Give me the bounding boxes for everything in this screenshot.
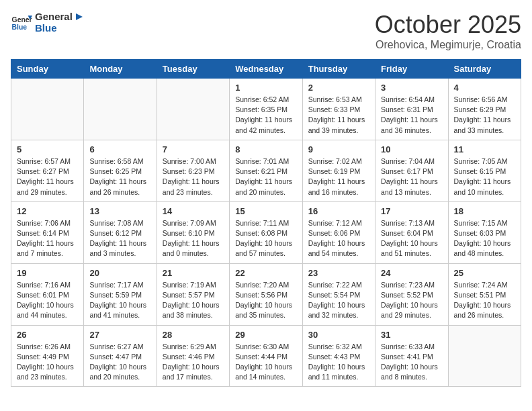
day-info: Sunrise: 6:57 AM Sunset: 6:27 PM Dayligh…	[17, 156, 78, 197]
day-header-thursday: Thursday	[302, 60, 375, 79]
day-number: 25	[454, 268, 515, 278]
logo-triangle-icon	[74, 12, 83, 21]
day-info: Sunrise: 7:06 AM Sunset: 6:14 PM Dayligh…	[17, 218, 78, 259]
day-info: Sunrise: 6:52 AM Sunset: 6:35 PM Dayligh…	[235, 95, 296, 136]
week-row-3: 12Sunrise: 7:06 AM Sunset: 6:14 PM Dayli…	[11, 201, 521, 263]
calendar-cell: 7Sunrise: 7:00 AM Sunset: 6:23 PM Daylig…	[157, 140, 229, 201]
day-number: 7	[163, 144, 224, 154]
week-row-5: 26Sunrise: 6:26 AM Sunset: 4:49 PM Dayli…	[11, 325, 521, 387]
calendar-cell: 25Sunrise: 7:24 AM Sunset: 5:51 PM Dayli…	[448, 263, 521, 325]
day-info: Sunrise: 6:56 AM Sunset: 6:29 PM Dayligh…	[454, 95, 515, 136]
calendar-header-row: SundayMondayTuesdayWednesdayThursdayFrid…	[11, 60, 521, 79]
logo-icon: General Blue	[11, 13, 32, 32]
day-info: Sunrise: 7:04 AM Sunset: 6:17 PM Dayligh…	[381, 156, 442, 197]
calendar-cell: 9Sunrise: 7:02 AM Sunset: 6:19 PM Daylig…	[302, 140, 375, 201]
day-info: Sunrise: 6:54 AM Sunset: 6:31 PM Dayligh…	[381, 95, 442, 136]
day-number: 2	[308, 83, 369, 93]
calendar-cell: 31Sunrise: 6:33 AM Sunset: 4:41 PM Dayli…	[375, 325, 448, 387]
day-number: 29	[235, 330, 296, 340]
day-number: 14	[163, 206, 224, 216]
day-info: Sunrise: 7:11 AM Sunset: 6:08 PM Dayligh…	[235, 218, 296, 259]
calendar-cell: 19Sunrise: 7:16 AM Sunset: 6:01 PM Dayli…	[11, 263, 84, 325]
day-info: Sunrise: 6:33 AM Sunset: 4:41 PM Dayligh…	[381, 342, 442, 383]
day-header-monday: Monday	[84, 60, 157, 79]
calendar-cell: 29Sunrise: 6:30 AM Sunset: 4:44 PM Dayli…	[230, 325, 302, 387]
day-info: Sunrise: 6:26 AM Sunset: 4:49 PM Dayligh…	[17, 342, 78, 383]
day-info: Sunrise: 7:12 AM Sunset: 6:06 PM Dayligh…	[308, 218, 369, 259]
page-header: General Blue General Blue October 2025 O…	[11, 11, 521, 51]
calendar-table: SundayMondayTuesdayWednesdayThursdayFrid…	[11, 59, 521, 387]
day-number: 27	[89, 330, 150, 340]
calendar-cell: 5Sunrise: 6:57 AM Sunset: 6:27 PM Daylig…	[11, 140, 84, 201]
calendar-cell: 4Sunrise: 6:56 AM Sunset: 6:29 PM Daylig…	[448, 79, 521, 140]
calendar-cell: 20Sunrise: 7:17 AM Sunset: 5:59 PM Dayli…	[84, 263, 157, 325]
day-info: Sunrise: 7:09 AM Sunset: 6:10 PM Dayligh…	[163, 218, 224, 259]
calendar-cell: 27Sunrise: 6:27 AM Sunset: 4:47 PM Dayli…	[84, 325, 157, 387]
calendar-cell: 16Sunrise: 7:12 AM Sunset: 6:06 PM Dayli…	[302, 201, 375, 263]
day-number: 18	[454, 206, 515, 216]
calendar-cell: 11Sunrise: 7:05 AM Sunset: 6:15 PM Dayli…	[448, 140, 521, 201]
day-number: 31	[381, 330, 442, 340]
calendar-cell: 18Sunrise: 7:15 AM Sunset: 6:03 PM Dayli…	[448, 201, 521, 263]
location-subtitle: Orehovica, Megimurje, Croatia	[375, 39, 521, 51]
calendar-cell: 8Sunrise: 7:01 AM Sunset: 6:21 PM Daylig…	[230, 140, 302, 201]
month-title: October 2025	[375, 11, 521, 39]
calendar-cell: 15Sunrise: 7:11 AM Sunset: 6:08 PM Dayli…	[230, 201, 302, 263]
logo-general-text: General	[35, 11, 73, 22]
calendar-cell: 23Sunrise: 7:22 AM Sunset: 5:54 PM Dayli…	[302, 263, 375, 325]
calendar-cell: 13Sunrise: 7:08 AM Sunset: 6:12 PM Dayli…	[84, 201, 157, 263]
day-number: 13	[89, 206, 150, 216]
calendar-cell: 30Sunrise: 6:32 AM Sunset: 4:43 PM Dayli…	[302, 325, 375, 387]
day-number: 17	[381, 206, 442, 216]
day-number: 6	[89, 144, 150, 154]
day-info: Sunrise: 6:29 AM Sunset: 4:46 PM Dayligh…	[163, 342, 224, 383]
day-header-tuesday: Tuesday	[157, 60, 229, 79]
day-header-friday: Friday	[375, 60, 448, 79]
calendar-cell: 26Sunrise: 6:26 AM Sunset: 4:49 PM Dayli…	[11, 325, 84, 387]
calendar-cell: 21Sunrise: 7:19 AM Sunset: 5:57 PM Dayli…	[157, 263, 229, 325]
day-number: 4	[454, 83, 515, 93]
day-number: 8	[235, 144, 296, 154]
calendar-cell: 10Sunrise: 7:04 AM Sunset: 6:17 PM Dayli…	[375, 140, 448, 201]
day-info: Sunrise: 7:15 AM Sunset: 6:03 PM Dayligh…	[454, 218, 515, 259]
calendar-cell: 1Sunrise: 6:52 AM Sunset: 6:35 PM Daylig…	[230, 79, 302, 140]
day-info: Sunrise: 7:05 AM Sunset: 6:15 PM Dayligh…	[454, 156, 515, 197]
day-number: 10	[381, 144, 442, 154]
day-number: 1	[235, 83, 296, 93]
day-info: Sunrise: 6:27 AM Sunset: 4:47 PM Dayligh…	[89, 342, 150, 383]
day-info: Sunrise: 6:58 AM Sunset: 6:25 PM Dayligh…	[89, 156, 150, 197]
day-info: Sunrise: 7:19 AM Sunset: 5:57 PM Dayligh…	[163, 280, 224, 321]
svg-marker-3	[76, 13, 83, 20]
day-header-sunday: Sunday	[11, 60, 84, 79]
logo-blue-text: Blue	[35, 22, 57, 34]
week-row-1: 1Sunrise: 6:52 AM Sunset: 6:35 PM Daylig…	[11, 79, 521, 140]
day-number: 5	[17, 144, 78, 154]
day-info: Sunrise: 6:30 AM Sunset: 4:44 PM Dayligh…	[235, 342, 296, 383]
day-number: 15	[235, 206, 296, 216]
day-number: 19	[17, 268, 78, 278]
calendar-cell: 22Sunrise: 7:20 AM Sunset: 5:56 PM Dayli…	[230, 263, 302, 325]
svg-text:Blue: Blue	[12, 24, 28, 31]
day-header-saturday: Saturday	[448, 60, 521, 79]
day-number: 9	[308, 144, 369, 154]
calendar-cell	[157, 79, 229, 140]
week-row-4: 19Sunrise: 7:16 AM Sunset: 6:01 PM Dayli…	[11, 263, 521, 325]
day-number: 22	[235, 268, 296, 278]
calendar-cell	[84, 79, 157, 140]
day-number: 12	[17, 206, 78, 216]
day-number: 28	[163, 330, 224, 340]
day-info: Sunrise: 6:53 AM Sunset: 6:33 PM Dayligh…	[308, 95, 369, 136]
day-header-wednesday: Wednesday	[230, 60, 302, 79]
day-info: Sunrise: 7:24 AM Sunset: 5:51 PM Dayligh…	[454, 280, 515, 321]
calendar-cell: 6Sunrise: 6:58 AM Sunset: 6:25 PM Daylig…	[84, 140, 157, 201]
calendar-cell	[11, 79, 84, 140]
day-info: Sunrise: 7:16 AM Sunset: 6:01 PM Dayligh…	[17, 280, 78, 321]
calendar-cell: 12Sunrise: 7:06 AM Sunset: 6:14 PM Dayli…	[11, 201, 84, 263]
day-info: Sunrise: 7:23 AM Sunset: 5:52 PM Dayligh…	[381, 280, 442, 321]
day-info: Sunrise: 7:01 AM Sunset: 6:21 PM Dayligh…	[235, 156, 296, 197]
calendar-cell: 17Sunrise: 7:13 AM Sunset: 6:04 PM Dayli…	[375, 201, 448, 263]
day-info: Sunrise: 7:17 AM Sunset: 5:59 PM Dayligh…	[89, 280, 150, 321]
day-number: 26	[17, 330, 78, 340]
day-info: Sunrise: 7:20 AM Sunset: 5:56 PM Dayligh…	[235, 280, 296, 321]
calendar-cell: 24Sunrise: 7:23 AM Sunset: 5:52 PM Dayli…	[375, 263, 448, 325]
